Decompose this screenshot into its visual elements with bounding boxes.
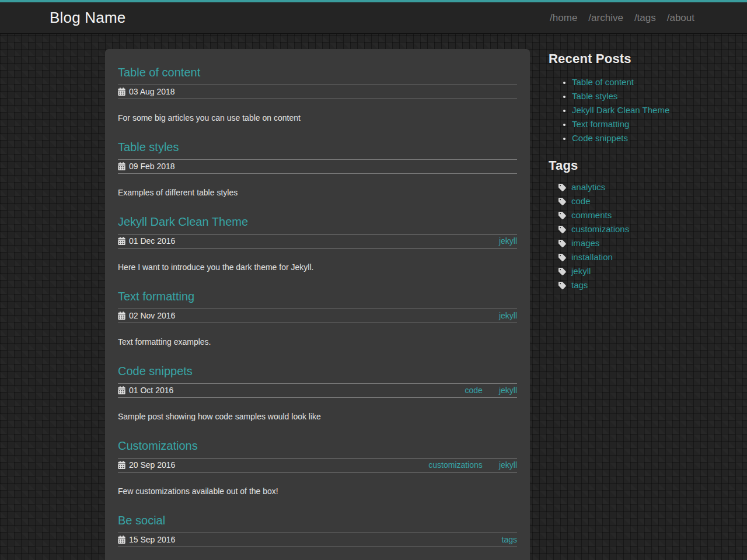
post: Code snippets 01 Oct 2016 code jekyll Sa… — [118, 365, 517, 421]
post-title-link[interactable]: Jekyll Dark Clean Theme — [118, 215, 248, 228]
post-tag-link[interactable]: jekyll — [499, 311, 517, 320]
post-title-link[interactable]: Table styles — [118, 141, 179, 153]
nav-link-about[interactable]: /about — [667, 12, 694, 24]
post-meta: 02 Nov 2016 jekyll — [118, 309, 517, 323]
nav-link-archive[interactable]: /archive — [588, 12, 623, 24]
tag-icon — [558, 225, 567, 234]
post-date: 03 Aug 2018 — [118, 87, 175, 96]
post-title-link[interactable]: Text formatting — [118, 290, 194, 303]
list-item: jekyll — [549, 264, 694, 278]
calendar-icon — [118, 386, 125, 394]
post: Text formatting 02 Nov 2016 jekyll Text … — [118, 290, 517, 346]
list-item: images — [549, 236, 694, 250]
list-item: installation — [549, 250, 694, 264]
post-date: 01 Dec 2016 — [118, 236, 175, 246]
tag-icon — [558, 267, 567, 276]
tag-icon — [558, 281, 567, 290]
tag-icon — [558, 197, 567, 206]
post-title-link[interactable]: Code snippets — [118, 365, 193, 377]
recent-posts-heading: Recent Posts — [549, 51, 694, 66]
tag-link[interactable]: images — [571, 236, 599, 250]
post-title-link[interactable]: Table of content — [118, 66, 200, 79]
tag-link[interactable]: comments — [571, 208, 612, 222]
calendar-icon — [118, 88, 125, 96]
tag-icon — [558, 239, 567, 248]
header-inner: Blog Name /home /archive /tags /about — [0, 2, 747, 33]
recent-post-link[interactable]: Table of content — [572, 77, 634, 87]
post-meta: 01 Oct 2016 code jekyll — [118, 383, 517, 398]
post-date: 15 Sep 2016 — [118, 535, 175, 544]
site-title-link[interactable]: Blog Name — [50, 9, 125, 27]
recent-post-link[interactable]: Table styles — [572, 91, 617, 101]
tag-link[interactable]: jekyll — [571, 264, 591, 278]
post-tags: jekyll — [499, 311, 517, 320]
tag-icon — [558, 183, 567, 192]
post-excerpt: Here I want to introduce you the dark th… — [118, 263, 517, 272]
post-tag-link[interactable]: code — [465, 386, 483, 395]
post-date: 02 Nov 2016 — [118, 311, 175, 320]
recent-post-link[interactable]: Text formatting — [572, 119, 629, 129]
post-tag-link[interactable]: tags — [502, 535, 517, 544]
post-excerpt: Examples of different table styles — [118, 188, 517, 197]
list-item: customizations — [549, 222, 694, 236]
post-tags: jekyll — [499, 236, 517, 246]
post-date-text: 03 Aug 2018 — [129, 87, 175, 96]
post-meta: 20 Sep 2016 customizations jekyll — [118, 458, 517, 473]
calendar-icon — [118, 461, 125, 469]
post-tag-link[interactable]: customizations — [428, 460, 483, 470]
post-meta: 03 Aug 2018 — [118, 85, 517, 99]
post-tags: code jekyll — [465, 386, 517, 395]
post-tag-link[interactable]: jekyll — [499, 236, 517, 246]
list-item: Table styles — [572, 89, 694, 103]
post-excerpt: Sample post showing how code samples wou… — [118, 412, 517, 421]
list-item: Text formatting — [572, 117, 694, 131]
calendar-icon — [118, 237, 125, 245]
post-date: 01 Oct 2016 — [118, 386, 173, 395]
post-date-text: 20 Sep 2016 — [129, 460, 175, 470]
tag-link[interactable]: code — [571, 194, 591, 208]
tags-heading: Tags — [549, 158, 694, 173]
site-header: Blog Name /home /archive /tags /about — [0, 0, 747, 34]
post: Table of content 03 Aug 2018 For some bi… — [118, 66, 517, 123]
post: Table styles 09 Feb 2018 Examples of dif… — [118, 141, 517, 197]
post: Customizations 20 Sep 2016 customization… — [118, 440, 517, 496]
nav-link-home[interactable]: /home — [550, 12, 577, 24]
post-date-text: 09 Feb 2018 — [129, 162, 175, 171]
post-tags: tags — [502, 535, 517, 544]
list-item: comments — [549, 208, 694, 222]
post-tag-link[interactable]: jekyll — [499, 386, 517, 395]
recent-post-link[interactable]: Code snippets — [572, 133, 628, 143]
list-item: analytics — [549, 180, 694, 194]
post-date-text: 01 Oct 2016 — [129, 386, 173, 395]
tag-icon — [558, 211, 567, 220]
post-date-text: 02 Nov 2016 — [129, 311, 175, 320]
post-meta: 09 Feb 2018 — [118, 159, 517, 174]
post-title-link[interactable]: Be social — [118, 514, 165, 527]
tag-link[interactable]: customizations — [571, 222, 629, 236]
nav-link-tags[interactable]: /tags — [634, 12, 656, 24]
list-item: Table of content — [572, 75, 694, 89]
tag-icon — [558, 253, 567, 262]
calendar-icon — [118, 162, 125, 170]
tag-link[interactable]: tags — [571, 278, 588, 292]
tag-link[interactable]: installation — [571, 250, 613, 264]
recent-posts-list: Table of content Table styles Jekyll Dar… — [549, 75, 694, 145]
list-item: Code snippets — [572, 131, 694, 145]
post-excerpt: Few customizations available out of the … — [118, 487, 517, 496]
recent-post-link[interactable]: Jekyll Dark Clean Theme — [572, 105, 669, 115]
post-tags: customizations jekyll — [428, 460, 517, 470]
post-meta: 01 Dec 2016 jekyll — [118, 234, 517, 249]
post-excerpt: For some big articles you can use table … — [118, 114, 517, 123]
tags-list: analytics code comments customizations i… — [549, 180, 694, 292]
list-item: tags — [549, 278, 694, 292]
post-title-link[interactable]: Customizations — [118, 439, 198, 452]
post-meta: 15 Sep 2016 tags — [118, 533, 517, 547]
list-item: code — [549, 194, 694, 208]
post: Jekyll Dark Clean Theme 01 Dec 2016 jeky… — [118, 216, 517, 272]
post: Be social 15 Sep 2016 tags Built-in shar… — [118, 514, 517, 560]
post-date: 09 Feb 2018 — [118, 162, 175, 171]
tag-link[interactable]: analytics — [571, 180, 605, 194]
main-nav: /home /archive /tags /about — [550, 12, 694, 24]
post-date-text: 15 Sep 2016 — [129, 535, 175, 544]
post-tag-link[interactable]: jekyll — [499, 460, 517, 470]
